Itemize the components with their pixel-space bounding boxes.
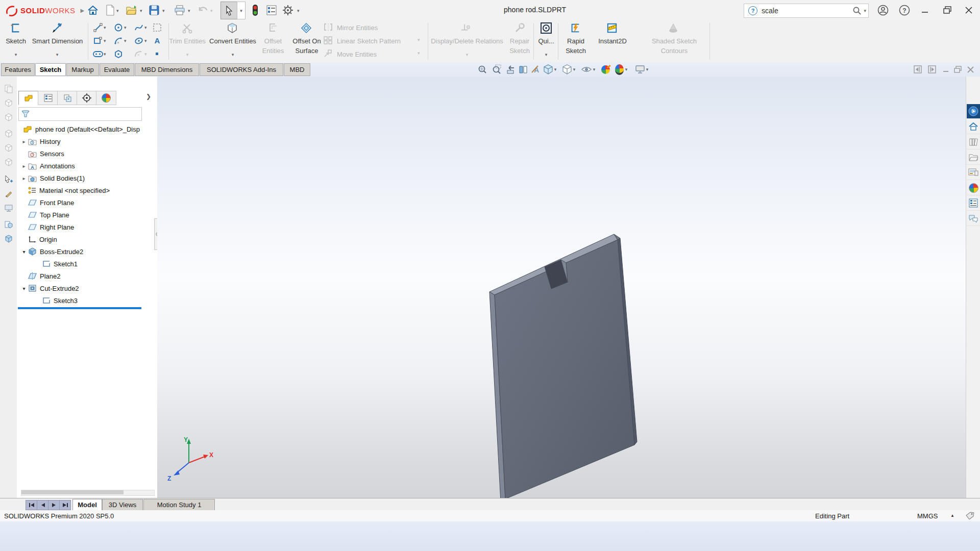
tree-item-top-plane[interactable]: Top Plane — [40, 211, 69, 219]
sketch-button[interactable]: Sketch — [1, 36, 31, 46]
smart-dimension-dropdown-icon[interactable]: ▾ — [54, 52, 61, 57]
tree-row-sketch1[interactable]: Sketch1 — [17, 258, 155, 269]
tree-row-front-plane[interactable]: Front Plane — [17, 197, 155, 208]
tab-mbd[interactable]: MBD — [284, 63, 310, 76]
sketch-visibility-icon[interactable]: A — [530, 64, 542, 75]
tree-row-history[interactable]: ▸ History — [17, 136, 155, 147]
doc-restore-icon[interactable] — [951, 64, 964, 75]
tab-motion-study-1[interactable]: Motion Study 1 — [143, 499, 215, 511]
doc-minimize-icon[interactable] — [940, 64, 952, 75]
spline-tool-icon[interactable] — [133, 22, 144, 33]
tree-horizontal-scrollbar[interactable] — [21, 490, 155, 496]
tree-row-cut-extrude2[interactable]: ▾ Cut-Extrude2 — [17, 283, 155, 294]
display-manager-tab[interactable] — [96, 91, 116, 105]
tree-row-top-plane[interactable]: Top Plane — [17, 209, 155, 220]
polygon-tool-icon[interactable] — [113, 48, 124, 60]
open-dropdown-icon[interactable]: ▾ — [140, 8, 142, 13]
undo-dropdown-icon[interactable]: ▾ — [210, 8, 213, 13]
cube-tool-icon-3[interactable] — [4, 129, 14, 139]
cube-tool-icon-5[interactable] — [4, 157, 14, 167]
tab-evaluate[interactable]: Evaluate — [100, 63, 134, 76]
tab-solidworks-addins[interactable]: SOLIDWORKS Add-Ins — [200, 63, 283, 76]
monitor-tool-icon[interactable] — [4, 203, 14, 213]
options-list-icon[interactable] — [264, 3, 279, 17]
tree-row-plane2[interactable]: Plane2 — [17, 270, 155, 282]
edit-pencil-tool-icon[interactable] — [4, 189, 14, 199]
rebuild-traffic-light-icon[interactable] — [248, 3, 262, 17]
search-box[interactable]: ? scale ▾ — [744, 4, 869, 18]
tree-item-sketch1[interactable]: Sketch1 — [54, 260, 78, 268]
spline-dropdown-icon[interactable]: ▾ — [144, 25, 147, 30]
tree-item-material[interactable]: Material <not specified> — [39, 187, 110, 194]
dimxpert-manager-tab[interactable] — [77, 91, 97, 105]
expander-icon[interactable]: ▸ — [20, 139, 28, 144]
paste-cube-tool-icon[interactable] — [4, 219, 14, 230]
pane-left-toggle-icon[interactable] — [912, 64, 924, 75]
rectangle-tool-icon[interactable] — [92, 35, 104, 46]
tree-item-cut-extrude2[interactable]: Cut-Extrude2 — [40, 285, 79, 292]
cube-tool-icon-1[interactable] — [4, 98, 14, 108]
tree-item-boss-extrude2[interactable]: Boss-Extrude2 — [40, 248, 83, 256]
expander-icon[interactable]: ▸ — [20, 176, 28, 181]
tree-item-right-plane[interactable]: Right Plane — [40, 223, 74, 231]
line-dropdown-icon[interactable]: ▾ — [104, 25, 106, 30]
tree-item-front-plane[interactable]: Front Plane — [40, 199, 74, 207]
custom-properties-icon[interactable] — [967, 196, 980, 211]
appearances-icon[interactable] — [967, 181, 980, 195]
expander-icon[interactable]: ▸ — [20, 163, 28, 169]
search-magnifier-icon[interactable]: ▾ — [852, 6, 866, 15]
new-document-dropdown-icon[interactable]: ▾ — [116, 8, 119, 13]
tab-markup[interactable]: Markup — [66, 63, 99, 76]
save-button[interactable] — [147, 3, 161, 17]
offset-entities-button[interactable]: Offset Entities — [258, 36, 288, 56]
model-3d-view[interactable]: Y X Z — [157, 77, 966, 498]
settings-gear-icon[interactable] — [281, 3, 295, 17]
mirror-entities-button[interactable]: Mirror Entities — [337, 23, 419, 33]
select-tool-dropdown-icon[interactable]: ▾ — [237, 2, 246, 19]
save-dropdown-icon[interactable]: ▾ — [162, 8, 165, 13]
tab-model[interactable]: Model — [72, 499, 102, 511]
text-tool-icon[interactable]: A — [152, 35, 163, 46]
ellipse-tool-icon[interactable] — [133, 35, 144, 46]
first-study-nav-icon[interactable] — [26, 500, 37, 510]
tree-row-solid-bodies[interactable]: ▸ Solid Bodies(1) — [17, 172, 155, 184]
tree-filter-input[interactable] — [18, 107, 142, 121]
instant2d-button[interactable]: Instant2D — [592, 36, 633, 46]
previous-study-nav-icon[interactable] — [37, 500, 48, 510]
ellipse-dropdown-icon[interactable]: ▾ — [144, 38, 147, 43]
print-dropdown-icon[interactable]: ▾ — [188, 8, 190, 13]
design-library-icon[interactable] — [967, 135, 980, 149]
rollback-bar[interactable] — [18, 307, 141, 309]
rectangle-dropdown-icon[interactable]: ▾ — [104, 38, 106, 43]
copy-tool-icon[interactable] — [4, 84, 14, 94]
undo-button[interactable] — [196, 3, 210, 17]
new-document-button[interactable] — [103, 3, 117, 17]
smart-dimension-button[interactable]: Smart Dimension — [28, 36, 87, 46]
quick-snaps-dropdown-icon[interactable]: ▾ — [543, 52, 550, 57]
tree-row-annotations[interactable]: ▸ A Annotations — [17, 160, 155, 171]
search-dropdown-icon[interactable]: ▾ — [864, 8, 866, 13]
display-style-dropdown-icon[interactable]: ▾ — [571, 64, 577, 75]
arc-tool-icon[interactable] — [113, 35, 124, 46]
graphics-viewport[interactable]: Y X Z — [157, 77, 966, 498]
tab-sketch[interactable]: Sketch — [35, 63, 66, 76]
tree-item-annotations[interactable]: Annotations — [40, 162, 75, 170]
units-dropdown-icon[interactable]: ▲ — [950, 513, 954, 518]
view-orientation-dropdown-icon[interactable]: ▾ — [552, 64, 558, 75]
expander-icon[interactable]: ▾ — [20, 286, 28, 291]
shaded-sketch-contours-button[interactable]: Shaded Sketch Contours — [644, 36, 704, 56]
scrollbar-thumb[interactable] — [21, 490, 124, 494]
linear-pattern-dropdown-icon[interactable]: ▾ — [418, 37, 420, 42]
edit-appearance-icon[interactable] — [600, 64, 612, 75]
units-selector[interactable]: MMGS — [917, 512, 938, 520]
quick-snaps-button[interactable]: Qui... — [533, 36, 559, 46]
offset-on-surface-button[interactable]: Offset On Surface — [287, 36, 326, 56]
repair-sketch-button[interactable]: Repair Sketch — [503, 36, 536, 56]
resources-home-icon[interactable] — [967, 119, 980, 134]
next-study-nav-icon[interactable] — [48, 500, 60, 510]
linear-sketch-pattern-button[interactable]: Linear Sketch Pattern — [337, 36, 429, 46]
select-add-tool-icon[interactable] — [4, 174, 14, 185]
circle-tool-icon[interactable] — [113, 22, 124, 33]
print-button[interactable] — [173, 3, 187, 17]
cube-tool-icon-4[interactable] — [4, 143, 14, 153]
